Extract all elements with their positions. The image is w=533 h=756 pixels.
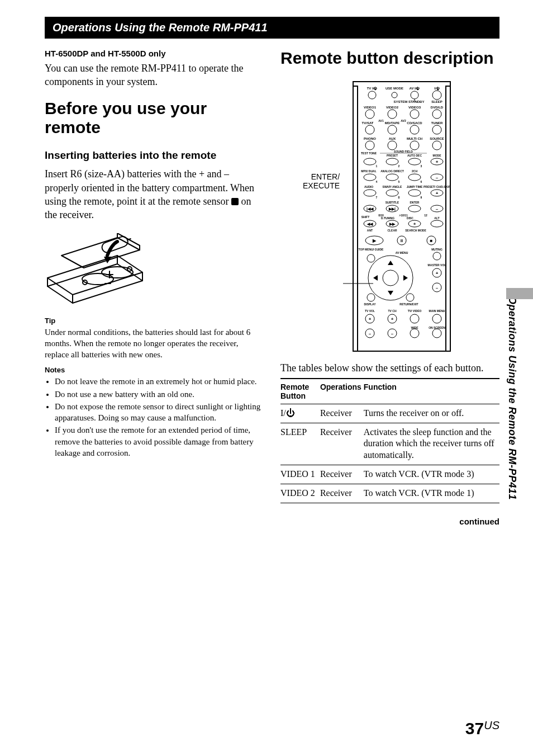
svg-marker-129 [373,275,378,281]
svg-point-57 [364,158,376,165]
svg-text:4: 4 [376,180,378,183]
svg-text:VIDEO1: VIDEO1 [364,106,377,109]
svg-text:PHONO: PHONO [364,137,376,140]
svg-text:SOURCE: SOURCE [430,137,444,140]
svg-point-81 [386,190,398,196]
svg-text:DISPLAY: DISPLAY [364,303,377,306]
col-remote-button: Remote Button [280,379,320,404]
cell-fn: To watch VCR. (VTR mode 1) [364,484,499,503]
heading-remote-button-description: Remote button description [280,49,499,68]
svg-text:TV I/⏻: TV I/⏻ [367,86,378,91]
side-tab: Operations Using the Remote RM-PP411 [506,296,523,554]
svg-point-68 [364,174,376,181]
svg-text:▶▶: ▶▶ [389,222,396,226]
svg-text:▶: ▶ [372,238,377,243]
svg-text:VIDEO2: VIDEO2 [386,106,399,109]
svg-text:RETURN/EXIT: RETURN/EXIT [399,303,418,306]
svg-point-82 [408,190,421,196]
svg-text:SHIFT: SHIFT [361,215,369,219]
svg-text:–: – [436,285,439,290]
svg-text:PRESET/ CH/D.SKIP: PRESET/ CH/D.SKIP [423,185,451,188]
col-operations: Operations [320,379,364,404]
section-header-bar: Operations Using the Remote RM-PP411 [45,17,499,39]
svg-text:MPX/ DUAL: MPX/ DUAL [361,169,377,173]
cell-op: Receiver [320,423,364,465]
cell-button: SLEEP [280,423,320,465]
table-row: VIDEO 1 Receiver To watch VCR. (VTR mode… [280,465,499,484]
page-number: 37US [465,719,499,738]
svg-text:+: + [436,271,439,276]
svg-point-19 [392,92,397,98]
svg-point-70 [408,174,421,181]
tip-body: Under normal conditions, the batteries s… [45,327,264,361]
cell-button: VIDEO 1 [280,465,320,484]
svg-text:TV/ VIDEO: TV/ VIDEO [408,309,422,313]
cell-op: Receiver [320,484,364,503]
battery-compartment-illustration [45,233,264,311]
svg-point-126 [367,254,375,262]
svg-text:TOP MENU/ GUIDE: TOP MENU/ GUIDE [359,248,384,251]
svg-point-50 [432,141,441,150]
svg-point-123 [433,252,441,260]
remote-svg: TV I/⏻ USE MODE AV I/⏻ I/⏻ SYSTEM STANDB… [343,79,460,353]
svg-point-148 [410,314,419,323]
svg-text:II: II [401,238,403,243]
inserting-batteries-body: Insert R6 (size-AA) batteries with the +… [45,167,264,221]
cell-op: Receiver [320,465,364,484]
continued-indicator: continued [280,517,499,526]
svg-text:AUDIO: AUDIO [364,185,373,188]
cell-fn: Activates the sleep function and the dur… [364,423,499,465]
table-lead-in: The tables below show the settings of ea… [280,361,499,375]
svg-text:ANALOG DIRECT: ANALOG DIRECT [380,169,404,173]
table-row: I/⏻ Receiver Turns the receiver on or of… [280,404,499,423]
svg-text:ANT: ANT [367,229,373,232]
svg-text:DVD/LD: DVD/LD [431,106,444,109]
notes-label: Notes [45,366,264,374]
svg-text:3: 3 [421,164,422,168]
svg-text:MUTING: MUTING [431,248,442,251]
model-note-title: HT-6500DP and HT-5500D only [45,49,264,58]
svg-text:I/⏻: I/⏻ [434,86,439,91]
right-column: Remote button description ENTER/ EXECUTE… [280,49,499,526]
svg-text:SLEEP: SLEEP [431,100,442,103]
svg-text:9: 9 [421,196,422,199]
svg-text:ENTER: ENTER [410,201,420,204]
insert-body-a: Insert R6 (size-AA) batteries with the +… [45,168,254,207]
svg-point-32 [432,110,441,119]
svg-text:TV/SAT: TV/SAT [362,121,374,125]
svg-point-69 [386,174,398,181]
remote-diagram: ENTER/ EXECUTE TV I/⏻ USE MODE AV I/⏻ [303,79,499,353]
svg-point-137 [406,294,414,301]
svg-marker-0 [47,264,142,303]
svg-text:MAIN MENU: MAIN MENU [429,309,445,313]
svg-text:SOUND FIELD: SOUND FIELD [394,150,413,153]
page-number-value: 37 [465,719,484,738]
svg-point-18 [368,91,376,99]
svg-text:MULTI CH: MULTI CH [407,137,422,140]
svg-text:MODE: MODE [433,154,442,157]
svg-point-59 [408,158,421,165]
remote-sensor-icon [231,198,239,205]
svg-text:CD/SACD: CD/SACD [407,121,422,125]
content-columns: HT-6500DP and HT-5500D only You can use … [45,49,499,526]
svg-text:2: 2 [398,164,400,168]
svg-text:ALT: ALT [434,216,439,220]
cell-button: I/⏻ [280,404,320,423]
svg-text:TUNER: TUNER [431,121,443,125]
svg-text:|◀◀: |◀◀ [367,207,374,211]
svg-text:◀◀: ◀◀ [367,222,373,226]
heading-inserting-batteries: Inserting batteries into the remote [45,149,264,162]
svg-text:DISC: DISC [407,216,413,220]
svg-text:–: – [436,175,439,180]
manual-page: Operations Using the Remote RM-PP411 HT-… [0,0,533,756]
svg-text:CLEAR: CLEAR [388,229,398,232]
svg-text:+: + [369,316,372,322]
cell-button: VIDEO 2 [280,484,320,503]
svg-text:D.TUNING: D.TUNING [381,216,394,220]
svg-text:–: – [391,331,394,336]
button-function-table: Remote Button Operations Function I/⏻ Re… [280,378,499,503]
svg-text:AV2: AV2 [401,119,406,122]
table-row: SLEEP Receiver Activates the sleep funct… [280,423,499,465]
diagram-callout-enter-execute: ENTER/ EXECUTE [303,172,340,190]
page-number-suffix: US [484,719,499,731]
